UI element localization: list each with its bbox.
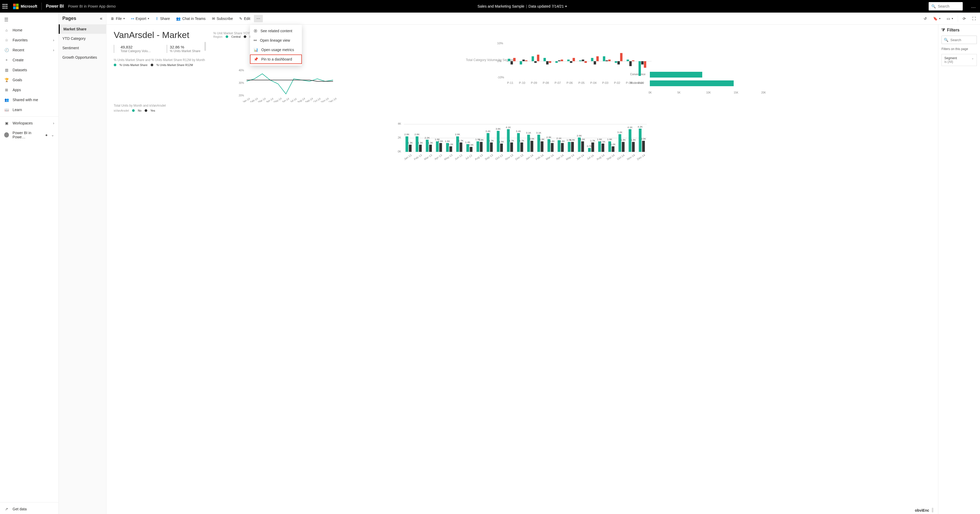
svg-rect-7 (520, 61, 522, 64)
book-icon: 📖 (4, 107, 9, 112)
nav-get-data[interactable]: ↗Get data (0, 504, 59, 514)
page-tab-growth[interactable]: Growth Opportunities (59, 53, 106, 62)
svg-rect-39 (644, 61, 646, 68)
filters-search-input[interactable] (950, 38, 975, 42)
svg-rect-82 (406, 137, 409, 152)
chevron-right-icon: › (53, 48, 54, 52)
chevron-down-icon: ▾ (952, 17, 953, 20)
svg-text:Jun-14: Jun-14 (281, 97, 290, 102)
svg-rect-175 (642, 141, 645, 152)
nav-home[interactable]: ⌂Home (0, 25, 59, 35)
bookmark-button[interactable]: 🔖▾ (931, 15, 943, 22)
visual-resize-handle[interactable] (932, 508, 933, 512)
nav-workspaces[interactable]: ▣Workspaces› (0, 118, 59, 128)
svg-rect-23 (582, 59, 584, 61)
svg-text:P-07: P-07 (555, 81, 561, 84)
product-name[interactable]: Power BI (46, 4, 64, 9)
nav-favorites[interactable]: ☆Favorites› (0, 35, 59, 45)
svg-text:2.3K: 2.3K (546, 136, 552, 138)
pencil-icon: ✎ (239, 16, 242, 21)
svg-text:1.7K: 1.7K (590, 139, 595, 142)
nav-create[interactable]: ＋Create (0, 55, 59, 65)
chevron-down-icon[interactable]: ▾ (565, 5, 567, 8)
svg-rect-119 (500, 143, 503, 152)
svg-text:1.5K: 1.5K (499, 140, 504, 143)
svg-text:4K: 4K (398, 122, 401, 125)
filters-search[interactable]: 🔍 (942, 36, 977, 44)
chevron-down-icon[interactable]: ⌄ (971, 56, 974, 60)
svg-rect-159 (601, 143, 605, 152)
kpi-total-volume[interactable]: 49,832 Total Category Volu… (118, 45, 151, 53)
header-more-button[interactable]: … (969, 4, 977, 9)
nav-datasets[interactable]: ▥Datasets (0, 65, 59, 75)
kpi-market-share[interactable]: 32.86 % % Units Market Share (167, 45, 200, 53)
svg-text:3.8K: 3.8K (495, 127, 501, 130)
fullscreen-button[interactable]: ⛶ (969, 15, 978, 22)
nav-shared[interactable]: 👥Shared with me (0, 95, 59, 105)
nav-goals[interactable]: 🏆Goals (0, 75, 59, 85)
share-button[interactable]: ⇪Share (153, 15, 172, 22)
export-menu[interactable]: ↦Export▾ (128, 15, 152, 22)
page-tab-market-share[interactable]: Market Share (59, 24, 106, 34)
svg-text:1.3K: 1.3K (418, 141, 423, 144)
workspace-breadcrumb[interactable]: Power BI in Power App demo (68, 4, 116, 8)
svg-text:1.8K: 1.8K (570, 138, 575, 141)
star-icon: ☆ (4, 38, 9, 43)
chat-teams-button[interactable]: 👥Chat in Teams (173, 15, 208, 22)
filter-card-segment[interactable]: Segment is (All) ⌄ (942, 54, 977, 66)
svg-rect-5 (511, 61, 513, 64)
svg-text:0.7K: 0.7K (587, 145, 592, 148)
menu-related-content[interactable]: ⦿See related content (250, 26, 302, 36)
global-search-input[interactable] (938, 4, 959, 8)
svg-text:Jan-14: Jan-14 (525, 154, 534, 161)
chart-total-units[interactable]: Total Units by Month and isVanArsdel isV… (114, 104, 931, 164)
filters-pane: ⧩Filters 🔍 Filters on this page Segment … (938, 25, 980, 514)
svg-rect-6 (513, 58, 515, 61)
global-search[interactable]: 🔍 (929, 2, 963, 11)
nav-recent[interactable]: 🕘Recent› (0, 45, 59, 55)
reset-button[interactable]: ↺ (921, 15, 929, 22)
chart-yoy-clustered-bar[interactable]: 10% 0% -10% P-11P-10P-09P-08P-07P-06P-05… (213, 40, 935, 84)
svg-text:1.6K: 1.6K (438, 140, 443, 143)
svg-rect-154 (588, 148, 591, 152)
nav-current-workspace[interactable]: Power BI in Powe… ◈ ⌄ (0, 128, 59, 142)
svg-rect-139 (551, 143, 554, 152)
svg-text:15K: 15K (734, 91, 738, 94)
svg-text:Dec-14: Dec-14 (636, 153, 646, 161)
page-tab-sentiment[interactable]: Sentiment (59, 43, 106, 53)
more-options-button[interactable]: ⋯ (254, 15, 263, 22)
svg-rect-26 (594, 61, 596, 64)
nav-apps[interactable]: ⊞Apps (0, 85, 59, 95)
data-updated-label[interactable]: Data updated 7/14/21 (528, 4, 564, 8)
menu-pin-dashboard[interactable]: 📌Pin to a dashboard (250, 54, 302, 64)
app-launcher-icon[interactable] (3, 4, 7, 9)
page-tab-ytd[interactable]: YTD Category (59, 34, 106, 43)
svg-text:3.1K: 3.1K (526, 131, 531, 134)
svg-text:10%: 10% (497, 41, 503, 45)
svg-text:20%: 20% (239, 94, 244, 97)
svg-rect-19 (567, 59, 570, 61)
hamburger-icon[interactable]: ☰ (0, 14, 59, 25)
svg-text:1.7K: 1.7K (489, 139, 494, 142)
menu-usage-metrics[interactable]: 📊Open usage metrics (250, 45, 302, 54)
global-header: Microsoft Power BI Power BI in Power App… (0, 0, 980, 13)
edit-button[interactable]: ✎Edit (237, 15, 253, 22)
menu-lineage-view[interactable]: ⚯Open lineage view (250, 36, 302, 45)
svg-text:Jan-13: Jan-13 (403, 154, 412, 161)
svg-text:4.2K: 4.2K (638, 125, 643, 128)
subscribe-button[interactable]: ✉Subscribe (209, 15, 235, 22)
svg-text:1.3K: 1.3K (408, 141, 413, 144)
visual-resize-handle[interactable] (204, 42, 206, 51)
svg-text:Sep-14: Sep-14 (606, 153, 615, 161)
nav-learn[interactable]: 📖Learn (0, 105, 59, 115)
file-menu[interactable]: 🗎File▾ (108, 15, 127, 22)
svg-text:Feb-14: Feb-14 (535, 153, 544, 161)
collapse-pane-icon[interactable]: « (100, 16, 102, 21)
report-title[interactable]: Sales and Marketing Sample (477, 4, 524, 8)
svg-text:5K: 5K (677, 91, 681, 94)
refresh-button[interactable]: ⟳ (960, 15, 969, 22)
view-mode-button[interactable]: ▭▾ (944, 15, 956, 22)
svg-text:1.3K: 1.3K (428, 141, 433, 144)
microsoft-label: Microsoft (21, 4, 37, 8)
svg-rect-15 (549, 61, 551, 63)
